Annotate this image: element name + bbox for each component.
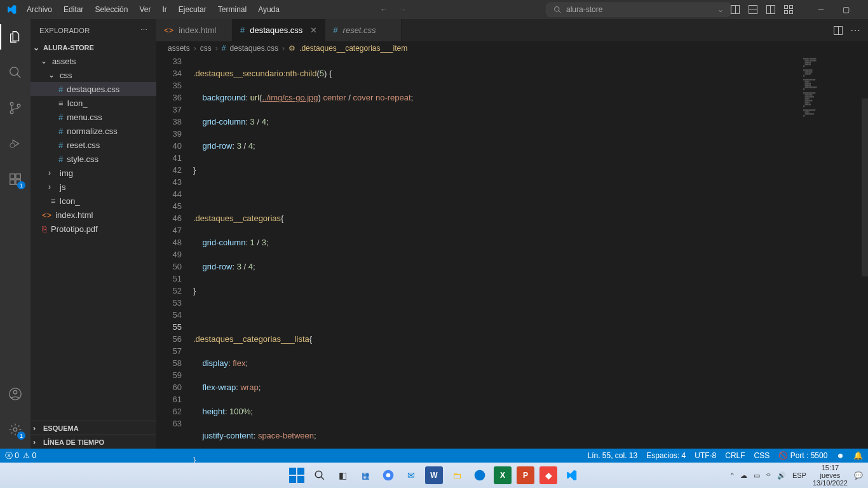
tray-chevron-icon[interactable]: ^: [731, 471, 734, 479]
menu-ejecutar[interactable]: Ejecutar: [173, 3, 212, 17]
explorer-tab[interactable]: [0, 24, 31, 50]
minimap[interactable]: ████████ ████████ ██████ ████████ ██████…: [798, 55, 868, 449]
menu-seleccion[interactable]: Selección: [90, 3, 133, 17]
editor-actions: ⋯: [826, 19, 868, 41]
workspace-root[interactable]: ⌄ ALURA-STORE: [31, 41, 156, 54]
taskbar-edge[interactable]: [471, 466, 489, 484]
text-icon: ≡: [51, 196, 56, 206]
more-icon[interactable]: ⋯: [850, 24, 860, 36]
svg-rect-11: [16, 174, 20, 179]
tab-label: reset.css: [343, 25, 376, 35]
minimize-button[interactable]: ─: [808, 0, 834, 19]
menu-ver[interactable]: Ver: [134, 3, 156, 17]
settings-tab[interactable]: 1: [0, 417, 31, 442]
file-label: Prototipo.pdf: [51, 224, 98, 234]
taskbar-powerpoint[interactable]: P: [517, 466, 534, 484]
menu-archivo[interactable]: Archivo: [22, 3, 57, 17]
search-text: alura-store: [566, 5, 602, 14]
file-style[interactable]: #style.css: [31, 152, 156, 166]
file-reset[interactable]: #reset.css: [31, 138, 156, 152]
chevron-down-icon: ⌄: [41, 57, 48, 65]
command-center[interactable]: alura-store ⌄: [546, 3, 731, 17]
menu-editar[interactable]: Editar: [58, 3, 88, 17]
taskbar-apps: ◧ ▦ ✉ W 🗀 X P ◆: [288, 466, 580, 484]
close-button[interactable]: ✕: [859, 0, 868, 19]
file-index[interactable]: <>index.html: [31, 208, 156, 222]
status-errors[interactable]: ⓧ 0: [5, 451, 19, 461]
tab-reset[interactable]: #reset.css: [325, 19, 402, 41]
taskbar-taskview[interactable]: ◧: [334, 466, 351, 484]
status-warnings[interactable]: ⚠ 0: [23, 451, 36, 460]
css-icon: #: [58, 85, 63, 94]
file-icon2[interactable]: ≡Icon_: [31, 194, 156, 208]
file-destaques[interactable]: #destaques.css: [31, 82, 156, 96]
debug-tab[interactable]: [0, 131, 31, 156]
accounts-tab[interactable]: [0, 381, 31, 407]
html-icon: <>: [42, 210, 51, 220]
file-pdf[interactable]: ⎘Prototipo.pdf: [31, 222, 156, 236]
tab-index[interactable]: <>index.html: [156, 19, 233, 41]
status-bell-icon[interactable]: 🔔: [853, 451, 863, 460]
file-icon1[interactable]: ≡Icon_: [31, 96, 156, 110]
crumb[interactable]: assets: [168, 44, 190, 53]
nav-forward-icon[interactable]: →: [399, 5, 407, 14]
tray-volume-icon[interactable]: 🔊: [777, 471, 786, 480]
scrollbar-thumb[interactable]: [862, 98, 868, 276]
more-icon[interactable]: ⋯: [140, 26, 147, 34]
code-content[interactable]: .destaques__secundario:nth-child(5) { ba…: [193, 55, 798, 449]
crumb[interactable]: destaques.css: [229, 44, 278, 53]
folder-assets[interactable]: ⌄assets: [31, 54, 156, 68]
search-tab[interactable]: [0, 60, 31, 85]
taskbar-explorer[interactable]: 🗀: [448, 466, 466, 484]
chevron-down-icon: ⌄: [48, 71, 56, 79]
customize-layout-icon[interactable]: [784, 5, 793, 14]
chevron-right-icon: ›: [48, 182, 56, 191]
crumb[interactable]: .destaques__categorias___item: [299, 44, 407, 53]
scm-tab[interactable]: [0, 95, 31, 121]
close-icon[interactable]: ✕: [310, 25, 317, 35]
folder-js[interactable]: ›js: [31, 180, 156, 194]
folder-css[interactable]: ⌄css: [31, 68, 156, 82]
tray-onedrive-icon[interactable]: ☁: [740, 471, 747, 480]
file-menu[interactable]: #menu.css: [31, 110, 156, 124]
taskbar-anydesk[interactable]: ◆: [539, 466, 557, 484]
tray-lang[interactable]: ESP: [792, 471, 806, 479]
taskbar-word[interactable]: W: [425, 466, 443, 484]
crumb[interactable]: css: [200, 44, 212, 53]
split-editor-icon[interactable]: [834, 26, 843, 35]
menu-ayuda[interactable]: Ayuda: [253, 3, 285, 17]
file-normalize[interactable]: #normalize.css: [31, 124, 156, 138]
start-button[interactable]: [288, 466, 306, 484]
breadcrumb[interactable]: assets› css› #destaques.css› ⚙.destaques…: [156, 41, 868, 55]
menu-terminal[interactable]: Terminal: [213, 3, 252, 17]
toggle-sidebar-icon[interactable]: [731, 5, 740, 14]
search-icon: [8, 65, 22, 79]
layout-controls: ─ ▢ ✕: [731, 0, 868, 19]
taskbar-excel[interactable]: X: [494, 466, 512, 484]
taskbar-mail[interactable]: ✉: [402, 466, 420, 484]
editor-body[interactable]: 3334353637383940414243444546474849505152…: [156, 55, 868, 449]
status-feedback-icon[interactable]: ☻: [836, 451, 844, 460]
taskbar-search[interactable]: [311, 466, 329, 484]
tab-destaques[interactable]: #destaques.css✕: [233, 19, 325, 41]
nav-back-icon[interactable]: ←: [380, 5, 388, 14]
toggle-secondary-icon[interactable]: [766, 5, 775, 14]
tray-clock[interactable]: 15:17 jueves 13/10/2022: [813, 464, 848, 487]
svg-line-16: [321, 477, 324, 480]
tray-wifi-icon[interactable]: ⌔: [766, 471, 771, 479]
maximize-button[interactable]: ▢: [834, 0, 859, 19]
svg-point-0: [554, 7, 559, 12]
taskbar-widgets[interactable]: ▦: [356, 466, 374, 484]
search-icon: [553, 6, 561, 13]
menu-ir[interactable]: Ir: [157, 3, 172, 17]
taskbar-chrome[interactable]: [379, 466, 397, 484]
css-icon: #: [333, 25, 337, 35]
tray-battery-icon[interactable]: ▭: [754, 471, 760, 480]
section-esquema[interactable]: ›ESQUEMA: [31, 421, 156, 435]
taskbar-vscode[interactable]: [562, 466, 580, 484]
toggle-panel-icon[interactable]: [749, 5, 757, 14]
extensions-tab[interactable]: 1: [0, 166, 31, 192]
section-timeline[interactable]: ›LÍNEA DE TIEMPO: [31, 435, 156, 449]
tray-notifications-icon[interactable]: 💬: [854, 471, 863, 480]
folder-img[interactable]: ›img: [31, 166, 156, 180]
